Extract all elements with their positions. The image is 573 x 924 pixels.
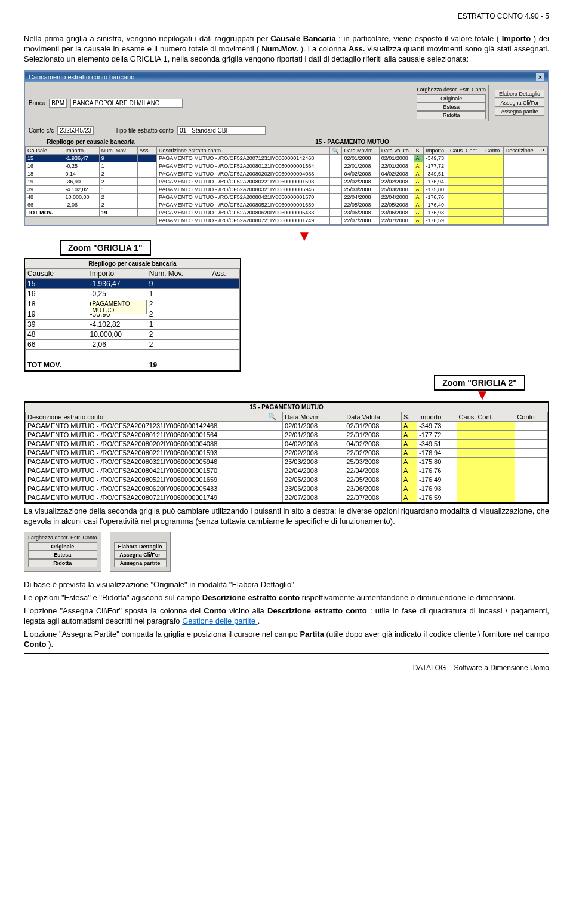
tipo-label: Tipo file estratto conto — [115, 127, 174, 134]
zg1-col-ass[interactable]: Ass. — [210, 269, 240, 279]
g2-col-conto[interactable]: Conto — [483, 146, 504, 154]
g2-col-dataval[interactable]: Data Valuta — [379, 146, 414, 154]
p6-bold1: Partita — [300, 630, 324, 638]
cc-field[interactable]: 2325345/23 — [57, 126, 94, 135]
table-row[interactable]: PAGAMENTO MUTUO - /RO/CF52A20080321IY006… — [157, 185, 548, 193]
btn-elabora[interactable]: Elabora Dettaglio — [495, 90, 544, 98]
btn-assegna-clifor[interactable]: Assegna Cli/For — [495, 99, 544, 107]
table-row[interactable]: PAGAMENTO MUTUO - /RO/CF52A20080202IY006… — [157, 170, 548, 177]
table-row[interactable]: 4810.000,002 — [26, 193, 156, 201]
grid1-table: Causale Importo Num. Mov. Ass. 15-1.936,… — [25, 146, 156, 217]
btn-assegna-partite[interactable]: Assegna partite — [495, 108, 544, 116]
g2-col-descr[interactable]: Descrizione estratto conto — [157, 146, 330, 154]
p1-bold-nummov: Num.Mov. — [261, 44, 298, 53]
zg2-col-caus[interactable]: Caus. Cont. — [457, 412, 515, 422]
grid1-title: Riepilogo per causale bancaria — [25, 137, 156, 146]
table-row[interactable]: PAGAMENTO MUTUO - /RO/CF52A20080620IY006… — [26, 484, 548, 493]
zoom-grid1: Riepilogo per causale bancaria Causale I… — [24, 258, 241, 372]
magnifier-icon[interactable]: 🔍 — [268, 413, 275, 420]
g2-col-p[interactable]: P. — [538, 146, 548, 154]
table-row[interactable]: PAGAMENTO MUTUO - /RO/CF52A20080421IY006… — [157, 193, 548, 201]
table-row[interactable]: PAGAMENTO MUTUO - /RO/CF52A20080421IY006… — [26, 466, 548, 475]
g1-col-causale[interactable]: Causale — [26, 146, 63, 154]
pnl-originale[interactable]: Originale — [28, 542, 97, 551]
g2-col-s[interactable]: S. — [414, 146, 424, 154]
table-row[interactable]: 66-2,062 — [26, 340, 240, 350]
table-row[interactable]: PAGAMENTO MUTUO - /RO/CF52A20080121IY006… — [157, 162, 548, 170]
table-row[interactable]: PAGAMENTO MUTUO - /RO/CF52A20080521IY006… — [26, 475, 548, 484]
bank-name-field[interactable]: BANCA POPOLARE DI MILANO — [70, 99, 183, 108]
table-row[interactable]: 18PAGAMENTO MUTUO0,142 — [26, 299, 240, 309]
table-row[interactable]: 66-2,062 — [26, 201, 156, 208]
tipo-field[interactable]: 01 - Standard CBI — [177, 126, 266, 135]
table-row[interactable]: 19-36,902 — [26, 177, 156, 185]
table-row[interactable]: 180,142 — [26, 170, 156, 177]
zg2-col-datamov[interactable]: Data Movim. — [283, 412, 344, 422]
bank-label: Banca — [29, 100, 45, 106]
close-icon[interactable]: × — [536, 73, 544, 81]
g1-col-ass[interactable]: Ass. — [137, 146, 156, 154]
p6-bold2: Conto — [24, 640, 47, 649]
g1-col-importo[interactable]: Importo — [63, 146, 99, 154]
options-panel-image: Larghezza descr. Estr. Conto Originale E… — [24, 532, 549, 572]
titlebar: Caricamento estratto conto bancario × — [25, 72, 548, 82]
zg2-col-dataval[interactable]: Data Valuta — [344, 412, 402, 422]
bank-code-field[interactable]: BPM — [49, 99, 67, 108]
table-row[interactable]: PAGAMENTO MUTUO - /RO/CF52A20080721IY006… — [26, 493, 548, 502]
footer-separator — [24, 653, 549, 654]
table-row[interactable]: 15-1.936,479 — [26, 154, 156, 162]
opt-ridotta[interactable]: Ridotta — [417, 111, 486, 119]
pnl-ridotta[interactable]: Ridotta — [28, 559, 97, 567]
zg1-col-nummov[interactable]: Num. Mov. — [147, 269, 210, 279]
zoom-g1-title: Riepilogo per causale bancaria — [25, 259, 240, 268]
paragraph-4: Le opzioni "Estesa" e "Ridotta" agiscono… — [24, 593, 549, 603]
table-row[interactable]: PAGAMENTO MUTUO - /RO/CF52A20071231IY006… — [26, 422, 548, 431]
table-row[interactable]: PAGAMENTO MUTUO - /RO/CF52A20080721IY006… — [157, 216, 548, 224]
zg2-col-importo[interactable]: Importo — [417, 412, 457, 422]
zg2-col-s[interactable]: S. — [401, 412, 417, 422]
pnl-elabora[interactable]: Elabora Dettaglio — [114, 542, 167, 551]
table-row[interactable]: PAGAMENTO MUTUO - /RO/CF52A20080521IY006… — [157, 201, 548, 208]
table-row[interactable]: 4810.000,002 — [26, 330, 240, 340]
zg2-col-conto[interactable]: Conto — [515, 412, 548, 422]
table-row[interactable]: 39-4.102,821 — [26, 185, 156, 193]
paragraph-2: La visualizzazione della seconda griglia… — [24, 506, 549, 527]
g2-col-datamov[interactable]: Data Movim. — [342, 146, 379, 154]
table-row[interactable]: PAGAMENTO MUTUO - /RO/CF52A20080221IY006… — [157, 177, 548, 185]
zg2-col-descr[interactable]: Descrizione estratto conto — [26, 412, 266, 422]
zg1-col-causale[interactable]: Causale — [26, 269, 88, 279]
table-row[interactable]: 15-1.936,479 — [26, 279, 240, 289]
table-row[interactable]: PAGAMENTO MUTUO - /RO/CF52A20071231IY006… — [157, 154, 548, 162]
table-row[interactable]: PAGAMENTO MUTUO - /RO/CF52A20080221IY006… — [26, 449, 548, 458]
p1-text2: : in particolare, viene esposto il valor… — [338, 34, 499, 43]
table-row[interactable]: PAGAMENTO MUTUO - /RO/CF52A20080121IY006… — [26, 431, 548, 440]
zg1-col-importo[interactable]: Importo — [88, 269, 147, 279]
link-gestione-partite[interactable]: Gestione delle partite — [182, 616, 257, 625]
g2-col-importo[interactable]: Importo — [424, 146, 448, 154]
pnl-estesa[interactable]: Estesa — [28, 551, 97, 559]
pnl-assegna-clifor[interactable]: Assegna Cli/For — [114, 551, 167, 559]
opt-estesa[interactable]: Estesa — [417, 103, 486, 111]
table-row[interactable]: 39-4.102,821 — [26, 320, 240, 330]
table-row[interactable]: 16-0,251 — [26, 289, 240, 299]
table-row[interactable]: PAGAMENTO MUTUO - /RO/CF52A20080202IY006… — [26, 440, 548, 449]
table-row[interactable]: PAGAMENTO MUTUO - /RO/CF52A20080620IY006… — [157, 208, 548, 216]
page-footer: DATALOG – Software a Dimensione Uomo — [24, 664, 549, 672]
p5-bold2: Descrizione estratto conto — [267, 606, 367, 615]
g2-col-caus[interactable]: Caus. Cont. — [448, 146, 483, 154]
grid2-title: 15 - PAGAMENTO MUTUO — [156, 137, 548, 146]
g2-col-descr2[interactable]: Descrizione — [503, 146, 538, 154]
magnifier-icon[interactable]: 🔍 — [332, 148, 339, 154]
table-row[interactable]: 16-0,251 — [26, 162, 156, 170]
grid2-table: Descrizione estratto conto 🔍 Data Movim.… — [156, 146, 548, 225]
tooltip: PAGAMENTO MUTUO — [91, 300, 147, 314]
opt-originale[interactable]: Originale — [417, 94, 486, 103]
table-row[interactable]: PAGAMENTO MUTUO - /RO/CF52A20080321IY006… — [26, 458, 548, 466]
paragraph-6: L'opzione "Assegna Partite" compatta la … — [24, 630, 549, 650]
arrow-down-icon: ▼ — [60, 232, 549, 240]
paragraph-3: Di base è prevista la visualizzazione "O… — [24, 580, 549, 590]
cc-label: Conto c/c — [29, 127, 54, 134]
g1-col-nummov[interactable]: Num. Mov. — [99, 146, 137, 154]
pnl-assegna-partite[interactable]: Assegna partite — [114, 559, 167, 567]
window-title: Caricamento estratto conto bancario — [29, 73, 134, 81]
